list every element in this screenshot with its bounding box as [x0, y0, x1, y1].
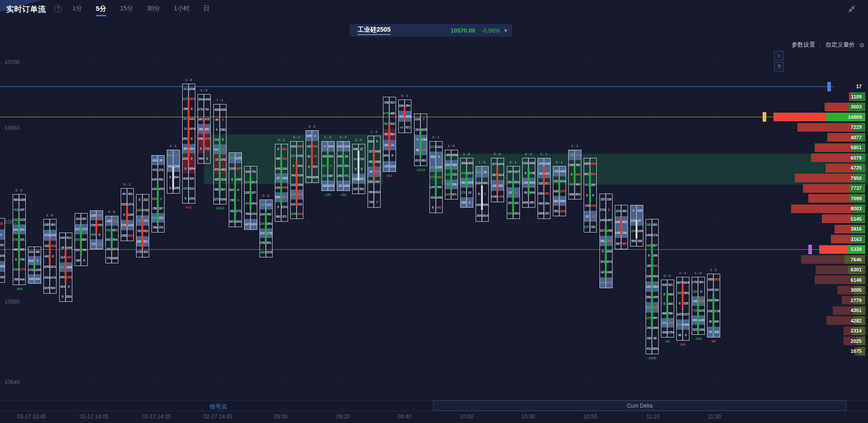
footprint-row: 1931009: [0, 261, 5, 272]
ask-volume-cell: 429: [142, 247, 149, 257]
ask-volume-cell: 16: [590, 211, 596, 221]
ask-volume-cell: 1065: [374, 146, 380, 156]
bar-ratio-label: 1 : 0: [46, 213, 53, 217]
ask-volume-cell: 692: [158, 175, 164, 184]
visibility-icon[interactable]: ⊙: [859, 42, 864, 48]
profile-sell-bar: [822, 214, 851, 223]
ask-volume-cell: 1757: [96, 220, 103, 230]
bar-delta-label: -182: [340, 193, 347, 197]
ask-volume-cell: 0: [158, 194, 164, 204]
candle-body: [265, 209, 267, 244]
bid-volume-cell: 1267: [337, 142, 344, 152]
footprint-bar: 1364354949165544572: [398, 100, 411, 133]
ask-volume-cell: 382: [220, 184, 226, 194]
ask-volume-cell: 959: [451, 180, 458, 190]
ask-volume-cell: 0: [50, 251, 56, 261]
footprint-bar: 31483011721757153188812037561890: [75, 213, 88, 266]
ask-volume-cell: 1591: [66, 291, 72, 301]
tab-1小时[interactable]: 1小时: [173, 0, 191, 17]
volume-profile-row: 4077: [821, 133, 865, 142]
bid-volume-cell: 635: [28, 274, 35, 283]
ask-volume-cell: 1541: [297, 161, 303, 171]
ask-volume-cell: 1301: [513, 208, 519, 219]
bid-volume-cell: 249: [245, 166, 251, 177]
ask-volume-cell: 1322: [19, 214, 25, 224]
panel-help-button[interactable]: ?: [774, 62, 784, 72]
tab-15分[interactable]: 15分: [119, 0, 134, 17]
ask-volume-cell: 0: [312, 131, 318, 141]
candle-body: [496, 167, 498, 194]
tab-5分[interactable]: 5分: [95, 0, 107, 17]
custom-volume-button[interactable]: 自定义量价: [826, 41, 855, 49]
bid-volume-cell: 632: [353, 184, 359, 194]
ask-volume-cell: 1474: [189, 124, 195, 134]
ask-volume-cell: 1698: [312, 172, 318, 182]
ask-volume-cell: 1603: [652, 271, 658, 281]
footprint-bar: 112036130164900140315302641514: [476, 166, 489, 222]
ask-volume-cell: 1399: [343, 181, 349, 190]
ask-volume-cell: 103: [513, 198, 519, 208]
ask-volume-cell: 0: [66, 282, 72, 292]
bid-volume-cell: 264: [476, 210, 482, 221]
x-axis-label: 09:00: [274, 413, 288, 420]
instrument-change: -0.56%: [481, 27, 500, 34]
ask-volume-cell: 900: [698, 277, 704, 287]
candle-body: [157, 181, 159, 223]
ask-volume-cell: 860: [436, 172, 442, 182]
ask-volume-cell: 472: [544, 168, 550, 178]
ask-volume-cell: 1355: [173, 182, 179, 193]
bid-volume-cell: 193: [553, 166, 560, 176]
tab-日[interactable]: 日: [203, 0, 211, 17]
ask-volume-cell: 1516: [220, 174, 226, 184]
bid-volume-cell: 770: [106, 253, 112, 263]
cum-delta-pane[interactable]: Cum Delta: [433, 400, 846, 411]
ask-volume-cell: 1629: [374, 166, 380, 176]
instrument-selector[interactable]: 工业硅2505 10570.00 -0.56% ∨: [349, 24, 512, 37]
volume-profile-row: 7950: [788, 174, 865, 182]
collapse-icon[interactable]: [846, 4, 857, 14]
ask-volume-cell: 242: [713, 285, 720, 295]
settings-button[interactable]: 参数设置: [792, 41, 815, 49]
expand-panel-button[interactable]: ›: [774, 51, 784, 61]
bar-ratio-label: 1 : 2: [370, 130, 377, 134]
bid-volume-cell: 847: [615, 238, 622, 249]
title-help-icon[interactable]: ?: [54, 5, 62, 13]
ask-volume-cell: 0: [81, 255, 87, 266]
ask-volume-cell: 840: [713, 316, 720, 327]
footprint-bar: 450165610399851204215579591335871: [445, 150, 458, 200]
ask-volume-cell: 1490: [652, 292, 658, 302]
volume-profile-row: 8003: [785, 204, 865, 213]
ask-volume-cell: 887: [328, 171, 334, 181]
ask-volume-cell: 1195: [0, 272, 5, 283]
candle-body: [512, 179, 514, 214]
candle-body: [373, 149, 375, 181]
ask-volume-cell: 644: [19, 275, 25, 285]
ask-volume-cell: 510: [389, 97, 396, 108]
x-axis-label: 09:40: [398, 413, 411, 420]
bid-volume-cell: 855: [306, 131, 312, 141]
ask-volume-cell: 565: [19, 245, 25, 255]
profile-sell-bar: [816, 266, 848, 274]
profile-volume-value: 4720: [851, 165, 862, 171]
ask-volume-cell: 371: [281, 212, 288, 221]
tab-1分[interactable]: 1分: [71, 0, 83, 17]
grid-line-horizontal: [0, 62, 868, 63]
profile-blue-marker: [827, 82, 831, 91]
volume-profile-row: 4282: [820, 316, 865, 325]
footprint-bar: 8851389418297148113221344870178325168956…: [13, 194, 26, 285]
ask-volume-cell: 1193: [389, 161, 396, 171]
ask-volume-cell: 406: [281, 192, 288, 202]
ask-volume-cell: 350: [528, 197, 535, 207]
volume-profile-row: 2779: [835, 296, 865, 304]
footprint-bar: 64627984710001158267632532: [352, 144, 365, 194]
bid-volume-cell: 1752: [692, 277, 698, 287]
signal-points-toggle[interactable]: 信号点: [210, 403, 227, 411]
ask-volume-cell: 1490: [281, 183, 288, 192]
bid-volume-cell: 786: [152, 223, 158, 232]
ask-volume-cell: 1313: [374, 187, 380, 197]
tab-30分[interactable]: 30分: [146, 0, 161, 17]
bid-volume-cell: 1778: [383, 108, 390, 118]
ask-volume-cell: 1241: [250, 209, 257, 219]
bar-ratio-label: 1 : 2: [710, 268, 717, 272]
footprint-bar: 9591595990015812140621013114297614624551…: [213, 104, 226, 204]
